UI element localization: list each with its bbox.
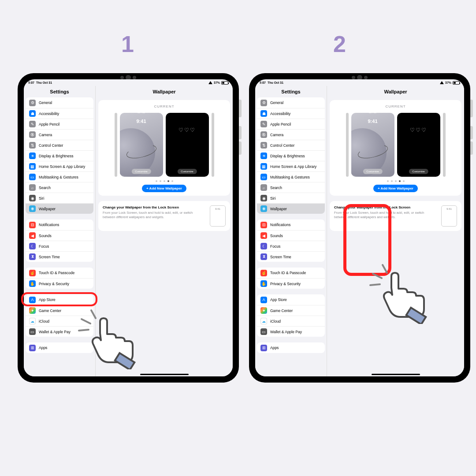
sidebar-item-screen-time[interactable]: ⧗Screen Time (26, 251, 93, 262)
wallet-icon: ▭ (29, 328, 36, 335)
hint-title: Change your Wallpaper from the Lock Scre… (103, 205, 205, 210)
battery-icon (453, 81, 460, 85)
apps-icon: ⊞ (260, 345, 267, 351)
sidebar-item-privacy-security[interactable]: ✋Privacy & Security (257, 278, 325, 289)
sidebar-item-accessibility[interactable]: ☗Accessibility (26, 108, 93, 119)
sidebar-item-icloud[interactable]: ☁iCloud (257, 316, 325, 326)
tap-hand-1 (77, 308, 139, 369)
speaker-icon: ◀ (29, 232, 36, 239)
flower-icon: ❋ (260, 205, 267, 212)
sidebar-item-control-center[interactable]: ⇅Control Center (26, 140, 93, 150)
sidebar-item-camera[interactable]: ⦿Camera (257, 129, 325, 140)
sidebar-item-label: iCloud (39, 319, 49, 324)
sidebar-item-app-store[interactable]: AApp Store (26, 294, 93, 305)
sidebar-item-camera[interactable]: ⦿Camera (26, 129, 93, 140)
sidebar-item-label: Game Center (270, 309, 293, 313)
sidebar-item-label: Home Screen & App Library (270, 164, 316, 169)
sidebar-item-label: iCloud (270, 319, 281, 324)
sidebar-item-notifications[interactable]: ⊟Notifications (26, 219, 93, 230)
sidebar-item-control-center[interactable]: ⇅Control Center (257, 140, 325, 150)
sidebar-item-label: Camera (39, 133, 52, 137)
sidebar-item-screen-time[interactable]: ⧗Screen Time (257, 251, 325, 262)
sidebar-item-wallpaper[interactable]: ❋Wallpaper (26, 203, 93, 214)
sidebar-title: Settings (24, 86, 95, 97)
battery-icon (221, 81, 228, 85)
sidebar-item-wallet-apple-pay[interactable]: ▭Wallet & Apple Pay (257, 326, 325, 337)
sidebar-item-game-center[interactable]: ✦Game Center (257, 305, 325, 316)
tap-hand-2 (368, 262, 430, 324)
appstore-icon: A (260, 297, 267, 303)
sidebar-item-privacy-security[interactable]: ✋Privacy & Security (26, 278, 93, 289)
customize-lock-button[interactable]: Customize (363, 169, 382, 174)
homescreen-thumb[interactable]: ♡♡♡ Customize (166, 113, 209, 177)
sidebar-item-siri[interactable]: ◉Siri (257, 193, 325, 203)
power-button (470, 100, 473, 117)
customize-lock-button[interactable]: Customize (131, 169, 151, 174)
sidebar-item-display-brightness[interactable]: ☀Display & Brightness (26, 150, 93, 161)
gear-icon: ⚙ (260, 100, 267, 106)
svg-line-1 (82, 319, 90, 324)
sidebar-item-search[interactable]: ⌕Search (257, 182, 325, 193)
home-indicator (372, 374, 420, 375)
battery-pct: 37% (214, 81, 220, 84)
sidebar-item-wallpaper[interactable]: ❋Wallpaper (257, 203, 325, 214)
prev-peek[interactable] (346, 113, 349, 177)
sidebar-item-general[interactable]: ⚙General (26, 97, 93, 108)
next-peek[interactable] (212, 113, 214, 177)
sidebar-item-touch-id-passcode[interactable]: ☝Touch ID & Passcode (26, 268, 93, 278)
sidebar-item-label: Search (270, 186, 282, 190)
bell-icon: ⊟ (260, 222, 267, 228)
next-peek[interactable] (443, 113, 446, 177)
sidebar-item-label: Home Screen & App Library (39, 164, 85, 169)
sidebar-item-label: Camera (270, 133, 283, 137)
hearts-widget: ♡♡♡ (178, 127, 196, 133)
sidebar-item-label: Notifications (39, 223, 59, 227)
sidebar-item-label: Wallpaper (39, 207, 56, 211)
grid-icon: ▦ (29, 163, 36, 170)
add-new-wallpaper-button[interactable]: + Add New Wallpaper (142, 185, 186, 192)
pencil-icon: ✎ (29, 121, 36, 127)
sidebar-item-sounds[interactable]: ◀Sounds (257, 230, 325, 241)
sidebar-item-apps[interactable]: ⊞Apps (257, 342, 325, 353)
sidebar-item-sounds[interactable]: ◀Sounds (26, 230, 93, 241)
sidebar-item-apple-pencil[interactable]: ✎Apple Pencil (26, 119, 93, 129)
switches-icon: ⇅ (29, 142, 36, 149)
thumb-time: 9:41 (368, 119, 377, 124)
sidebar-item-general[interactable]: ⚙General (257, 97, 325, 108)
hint-body: From your Lock Screen, touch and hold to… (103, 211, 205, 219)
sidebar-item-multitasking-gestures[interactable]: ▭Multitasking & Gestures (257, 171, 325, 182)
sidebar-item-multitasking-gestures[interactable]: ▭Multitasking & Gestures (26, 171, 93, 182)
sidebar-item-home-screen-app-library[interactable]: ▦Home Screen & App Library (26, 161, 93, 171)
sidebar-item-apple-pencil[interactable]: ✎Apple Pencil (257, 119, 325, 129)
sidebar-item-home-screen-app-library[interactable]: ▦Home Screen & App Library (257, 161, 325, 171)
sidebar-item-label: Wallet & Apple Pay (270, 330, 302, 334)
sidebar-item-display-brightness[interactable]: ☀Display & Brightness (257, 150, 325, 161)
hearts-widget: ♡♡♡ (410, 127, 427, 133)
sidebar-item-search[interactable]: ⌕Search (26, 182, 93, 193)
sidebar-item-app-store[interactable]: AApp Store (257, 294, 325, 305)
finger-icon: ☝ (260, 270, 267, 276)
add-new-wallpaper-button[interactable]: + Add New Wallpaper (373, 185, 418, 192)
lockscreen-thumb[interactable]: — · — 9:41 Customize (351, 113, 394, 177)
customize-home-button[interactable]: Customize (177, 169, 197, 174)
sidebar-item-label: Accessibility (39, 112, 59, 116)
step-number-2: 2 (333, 31, 346, 57)
sidebar-item-notifications[interactable]: ⊟Notifications (257, 219, 325, 230)
sidebar-item-siri[interactable]: ◉Siri (26, 193, 93, 203)
status-date: Thu Oct 31 (268, 81, 283, 84)
sidebar-item-accessibility[interactable]: ☗Accessibility (257, 108, 325, 119)
customize-home-button[interactable]: Customize (409, 169, 428, 174)
appstore-icon: A (29, 297, 36, 303)
cloud-icon: ☁ (260, 318, 267, 324)
lockscreen-thumb[interactable]: — · — 9:41 Customize (120, 113, 163, 177)
sidebar-item-touch-id-passcode[interactable]: ☝Touch ID & Passcode (257, 268, 325, 278)
game-icon: ✦ (260, 307, 267, 314)
sidebar-item-label: Control Center (270, 143, 294, 148)
homescreen-thumb[interactable]: ♡♡♡ Customize (397, 113, 440, 177)
sidebar-item-focus[interactable]: ☾Focus (257, 241, 325, 251)
sidebar-item-focus[interactable]: ☾Focus (26, 241, 93, 251)
hint-body: From your Lock Screen, touch and hold to… (334, 211, 437, 219)
hourglass-icon: ⧗ (260, 253, 267, 260)
current-wallpaper-card: CURRENT — · — 9:41 Customize ♡♡♡ Customi… (98, 100, 230, 196)
prev-peek[interactable] (115, 113, 117, 177)
